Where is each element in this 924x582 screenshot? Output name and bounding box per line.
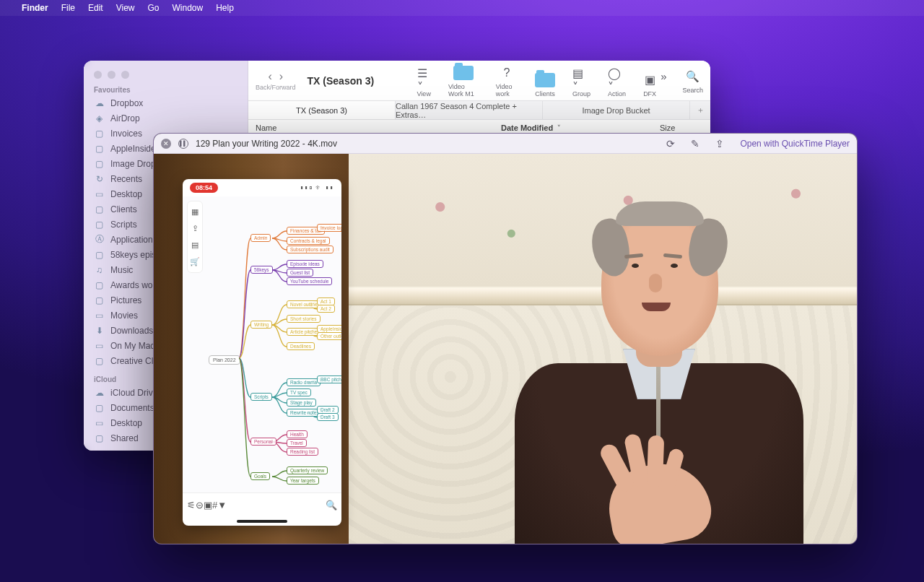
mindmap-node[interactable]: Deadlines bbox=[287, 342, 315, 350]
question-icon: ? bbox=[503, 64, 510, 82]
tab-callan-1967[interactable]: Callan 1967 Season 4 Complete + Extras… bbox=[396, 101, 543, 119]
mindmap-node[interactable]: Stage play bbox=[287, 399, 316, 407]
mindmap-node[interactable]: Guest list bbox=[287, 269, 313, 277]
sidebar-item-icon: ⬇ bbox=[94, 326, 105, 336]
folder-icon bbox=[535, 73, 555, 87]
window-traffic-lights bbox=[84, 65, 248, 83]
mindmap-tool-column: ▦ ⇪ ▤ 🛒 bbox=[187, 201, 203, 273]
mindmap-node[interactable]: Quarterly review bbox=[287, 466, 328, 474]
sidebar-item-icon: ▭ bbox=[94, 189, 105, 199]
sidebar-item-icon: ▢ bbox=[94, 433, 105, 443]
tab-image-drop-bucket[interactable]: Image Drop Bucket bbox=[543, 101, 690, 119]
mindmap-node[interactable]: Invoice log bbox=[317, 224, 341, 232]
mindmap-node[interactable]: 58keys bbox=[250, 266, 273, 274]
sidebar-item-label: Recents bbox=[110, 174, 142, 184]
mindmap-canvas[interactable]: ▦ ⇪ ▤ 🛒 Plan 2022 AdminFinances & taxInv… bbox=[183, 196, 341, 492]
quicklook-video-frame[interactable]: 08:54 ▮▮▯ ᯤ ▮▮ ▦ ⇪ ▤ 🛒 Plan 2022 AdminFi… bbox=[154, 154, 857, 544]
menu-help[interactable]: Help bbox=[216, 3, 234, 13]
mindmap-node[interactable]: TV spec bbox=[287, 388, 311, 396]
cart-icon[interactable]: 🛒 bbox=[190, 257, 200, 266]
chevrons-icon: » bbox=[661, 68, 666, 85]
sidebar-item-icon: ▢ bbox=[94, 280, 105, 290]
tab-tx-season-3[interactable]: TX (Season 3) bbox=[248, 101, 396, 119]
quicklook-titlebar: ✕ ▌▌ 129 Plan your Writing 2022 - 4K.mov… bbox=[154, 134, 857, 154]
column-header-date[interactable]: Date Modified ˅ bbox=[494, 123, 653, 132]
rotate-icon[interactable]: ⟳ bbox=[666, 138, 675, 149]
mindmap-node[interactable]: Short stories bbox=[287, 315, 321, 323]
column-header-size[interactable]: Size bbox=[653, 123, 710, 132]
toolbar-dfx-button[interactable]: ▣ DFX bbox=[643, 71, 656, 97]
menu-window[interactable]: Window bbox=[173, 3, 204, 13]
mindmap-node[interactable]: Admin bbox=[250, 234, 271, 242]
mindmap-node[interactable]: Novel outline bbox=[287, 300, 321, 308]
mindmap-node[interactable]: Reading list bbox=[287, 448, 318, 456]
style-icon[interactable]: ▼ bbox=[217, 500, 227, 511]
sidebar-item-label: Invoices bbox=[110, 129, 142, 139]
menubar-app-name[interactable]: Finder bbox=[22, 3, 48, 13]
sidebar-item-label: Downloads bbox=[110, 326, 153, 336]
sidebar-item-label: On My Mac bbox=[110, 341, 154, 351]
sidebar-item-label: Dropbox bbox=[110, 98, 143, 108]
sidebar-item-label: Documents bbox=[110, 403, 154, 413]
nav-back-icon[interactable]: ‹ bbox=[268, 71, 271, 82]
traffic-minimize-icon[interactable] bbox=[108, 71, 116, 79]
menu-go[interactable]: Go bbox=[148, 3, 160, 13]
quicklook-play-button[interactable]: ▌▌ bbox=[178, 139, 188, 149]
menu-file[interactable]: File bbox=[61, 3, 75, 13]
mindmap-node[interactable]: Travel bbox=[287, 439, 307, 447]
mindmap-node[interactable]: BBC pitch bbox=[317, 375, 341, 383]
mindmap-node[interactable]: Scripts bbox=[250, 393, 272, 401]
menu-view[interactable]: View bbox=[116, 3, 135, 13]
mindmap-node[interactable]: Other outlets bbox=[317, 332, 341, 340]
sidebar-item-icon: ▭ bbox=[94, 341, 105, 351]
mindmap-node[interactable]: Contracts & legal bbox=[287, 237, 330, 245]
open-with-button[interactable]: Open with QuickTime Player bbox=[740, 139, 850, 149]
toolbar-folder-clients[interactable]: Clients bbox=[535, 71, 555, 97]
nav-forward-icon[interactable]: › bbox=[279, 71, 283, 82]
traffic-close-icon[interactable] bbox=[94, 71, 102, 79]
mindmap-node[interactable]: Radio drama bbox=[287, 378, 321, 386]
sidebar-item-airdrop[interactable]: ◈AirDrop bbox=[84, 110, 248, 126]
quicklook-close-button[interactable]: ✕ bbox=[161, 139, 171, 149]
toolbar-folder-videoworkm1[interactable]: Video Work M1 bbox=[448, 64, 479, 97]
chat-icon[interactable]: ⊝ bbox=[196, 500, 204, 511]
share-icon[interactable]: ⇪ bbox=[715, 138, 724, 149]
mindmap-node[interactable]: Episode ideas bbox=[287, 260, 323, 268]
menu-edit[interactable]: Edit bbox=[88, 3, 103, 13]
sidebar-item-dropbox[interactable]: ☁Dropbox bbox=[84, 95, 248, 110]
note-icon[interactable]: ▤ bbox=[191, 240, 199, 250]
collapse-icon[interactable]: ⚟ bbox=[187, 500, 196, 511]
hash-icon[interactable]: # bbox=[212, 500, 217, 511]
tab-add-button[interactable]: ＋ bbox=[690, 101, 710, 119]
share-icon[interactable]: ⇪ bbox=[192, 224, 199, 233]
sidebar-item-label: Desktop bbox=[110, 418, 142, 428]
traffic-zoom-icon[interactable] bbox=[121, 71, 129, 79]
mindmap-node[interactable]: YouTube schedule bbox=[287, 277, 332, 285]
mindmap-node[interactable]: Year targets bbox=[287, 477, 319, 485]
mindmap-node[interactable]: Goals bbox=[250, 472, 270, 480]
mindmap-node[interactable]: Subscriptions audit bbox=[287, 246, 334, 253]
sidebar-item-label: iCloud Drive bbox=[110, 388, 157, 398]
sidebar-item-icon: ▢ bbox=[94, 250, 105, 260]
toolbar-group-button[interactable]: ▤ ˅ Group bbox=[572, 71, 590, 97]
grid-icon[interactable]: ▦ bbox=[191, 207, 199, 217]
mindmap-node[interactable]: Writing bbox=[250, 321, 272, 329]
toolbar-view-button[interactable]: ☰ ˅ View bbox=[417, 71, 431, 97]
toolbar-overflow-button[interactable]: » bbox=[661, 68, 666, 94]
sidebar-item-icon: ☁ bbox=[94, 388, 105, 398]
column-header-name[interactable]: Name bbox=[248, 123, 494, 132]
mindmap-node[interactable]: Draft 3 bbox=[317, 413, 339, 421]
toolbar-folder-videowork[interactable]: ? Video work bbox=[496, 64, 518, 97]
toolbar-action-button[interactable]: ◯ ˅ Action bbox=[608, 71, 626, 97]
search-icon[interactable]: 🔍 bbox=[326, 500, 337, 511]
mindmap-node[interactable]: Personal bbox=[250, 438, 276, 446]
toolbar-search-button[interactable]: 🔍 Search bbox=[682, 68, 703, 94]
tab-label: TX (Season 3) bbox=[296, 106, 347, 115]
phone-status-icons: ▮▮▯ ᯤ ▮▮ bbox=[300, 184, 334, 191]
markup-icon[interactable]: ✎ bbox=[691, 138, 699, 149]
sidebar-item-label: Music bbox=[110, 265, 133, 275]
sidebar-item-label: Applications bbox=[110, 235, 157, 245]
mindmap-node[interactable]: Act 2 bbox=[317, 305, 335, 313]
mindmap-node[interactable]: Health bbox=[287, 430, 308, 438]
image-icon[interactable]: ▣ bbox=[204, 500, 212, 511]
